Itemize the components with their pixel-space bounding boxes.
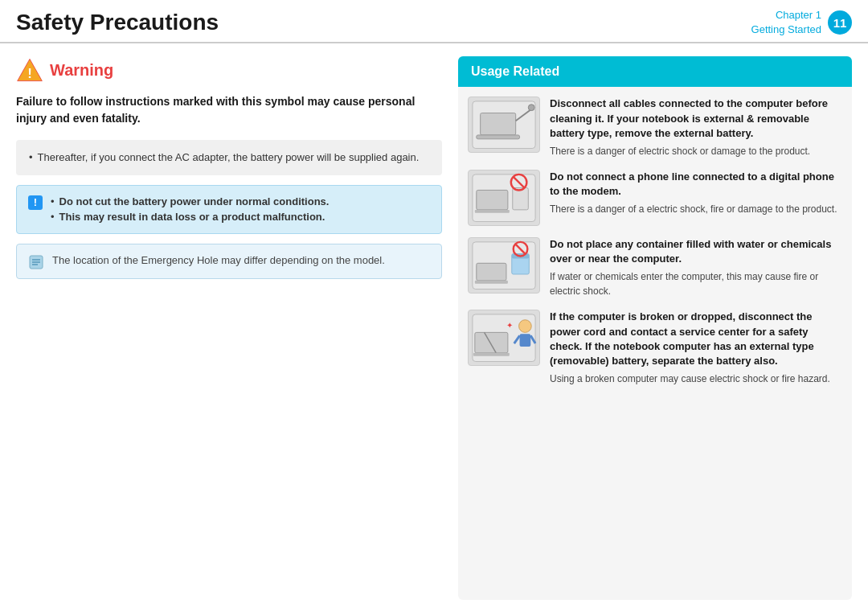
svg-rect-19 <box>475 281 508 284</box>
svg-rect-8 <box>477 135 520 139</box>
note-box: The location of the Emergency Hole may d… <box>16 244 442 279</box>
usage-text-phone: Do not connect a phone line connected to… <box>550 170 842 216</box>
svg-rect-14 <box>513 187 529 209</box>
svg-rect-18 <box>477 263 506 281</box>
usage-text-cables: Disconnect all cables connected to the c… <box>550 97 842 158</box>
main-content: ! Warning Failure to follow instructions… <box>0 43 868 613</box>
svg-rect-12 <box>477 190 508 209</box>
usage-img-water <box>468 237 540 294</box>
chapter-info: Chapter 1 Getting Started 11 <box>751 8 852 37</box>
svg-text:✦: ✦ <box>506 321 513 330</box>
bullet-section: Thereafter, if you connect the AC adapte… <box>16 140 442 175</box>
usage-text-water: Do not place any container filled with w… <box>550 237 842 298</box>
usage-header: Usage Related <box>458 56 852 87</box>
usage-item-cables: Disconnect all cables connected to the c… <box>468 97 842 158</box>
chapter-label: Chapter 1 Getting Started <box>751 8 821 37</box>
water-illustration <box>469 238 539 293</box>
usage-item-broken: ✦ If the computer is broken or dropped, … <box>468 310 842 386</box>
page-number-badge: 11 <box>828 10 852 35</box>
usage-img-cables <box>468 97 540 153</box>
svg-rect-7 <box>481 113 516 135</box>
usage-item-phone: Do not connect a phone line connected to… <box>468 170 842 226</box>
bullet-item-1: Thereafter, if you connect the AC adapte… <box>29 150 429 166</box>
warning-description: Failure to follow instructions marked wi… <box>16 93 442 127</box>
svg-rect-25 <box>475 332 508 352</box>
caution-item-1: Do not cut the battery power under norma… <box>51 194 329 210</box>
phone-illustration <box>469 170 539 225</box>
svg-text:!: ! <box>27 67 32 82</box>
usage-text-broken: If the computer is broken or dropped, di… <box>550 310 842 386</box>
warning-triangle-icon: ! <box>16 56 43 84</box>
caution-item-2: This may result in data loss or a produc… <box>51 209 329 225</box>
cables-illustration <box>469 97 539 152</box>
caution-icon: ! <box>28 195 43 210</box>
warning-header: ! Warning <box>16 56 442 84</box>
left-panel: ! Warning Failure to follow instructions… <box>16 56 458 600</box>
usage-items-list: Disconnect all cables connected to the c… <box>458 87 852 396</box>
note-pencil-icon <box>28 254 44 270</box>
warning-label: Warning <box>50 61 113 80</box>
usage-img-phone <box>468 170 540 226</box>
right-panel: Usage Related Disconnect all c <box>458 56 852 600</box>
svg-point-28 <box>519 320 532 333</box>
broken-illustration: ✦ <box>469 310 539 365</box>
usage-img-broken: ✦ <box>468 310 540 366</box>
svg-rect-29 <box>520 334 531 347</box>
page-title: Safety Precautions <box>16 10 219 35</box>
note-text: The location of the Emergency Hole may d… <box>52 253 385 269</box>
caution-box: ! Do not cut the battery power under nor… <box>16 185 442 234</box>
svg-rect-13 <box>475 210 510 213</box>
caution-text: Do not cut the battery power under norma… <box>51 194 329 225</box>
svg-point-10 <box>528 105 534 111</box>
usage-item-water: Do not place any container filled with w… <box>468 237 842 298</box>
page-header: Safety Precautions Chapter 1 Getting Sta… <box>0 0 868 43</box>
svg-rect-27 <box>473 353 510 356</box>
